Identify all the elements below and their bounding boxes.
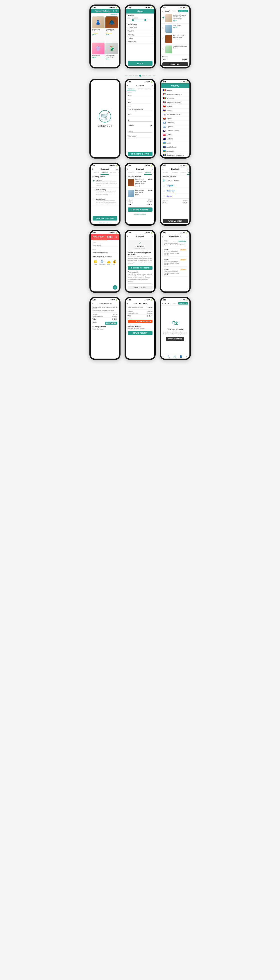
- cart-radio-2[interactable]: [162, 27, 164, 29]
- h-input[interactable]: [128, 119, 153, 122]
- country-andorra[interactable]: 🇦🇩 Andorra: [161, 88, 189, 92]
- radio-cod[interactable]: [163, 180, 165, 181]
- tab-payment[interactable]: PAYMENT: [152, 171, 154, 175]
- cart-radio-1[interactable]: [162, 17, 164, 19]
- cart-radio-4[interactable]: [162, 48, 164, 49]
- country-antarctica[interactable]: 🇦🇶 Antarctica: [161, 121, 189, 125]
- country-angola[interactable]: 🇦🇴 Angola: [161, 117, 189, 121]
- country-american-samoa[interactable]: 🇦🇸 American Samoa: [161, 129, 189, 133]
- radio-local-pickup[interactable]: [92, 199, 95, 200]
- checkout-email-input[interactable]: [92, 251, 117, 254]
- show-orders-button[interactable]: SHOW ALL MY ORDERS: [128, 266, 153, 270]
- pause-icon[interactable]: ⏸: [113, 10, 115, 12]
- tab-review[interactable]: REVIEW: [145, 88, 152, 91]
- back-to-address-link[interactable]: Go back to address: [91, 222, 119, 224]
- slider-thumb-right[interactable]: [145, 19, 146, 21]
- tab-payment[interactable]: PAYMENT: [117, 171, 119, 175]
- name-input[interactable]: [128, 101, 153, 104]
- home-icon[interactable]: ⌂: [151, 84, 153, 86]
- apply-button[interactable]: APPLY: [128, 61, 153, 66]
- back-icon[interactable]: ‹: [127, 302, 128, 304]
- tab-review[interactable]: REVIEW: [144, 171, 152, 175]
- home-icon[interactable]: ⌂: [186, 168, 188, 170]
- back-to-shipping-link[interactable]: Go back to shipping: [126, 213, 154, 216]
- radio-razorpay[interactable]: [163, 190, 165, 192]
- category-men[interactable]: Men (90) ›: [126, 29, 154, 33]
- price-slider[interactable]: Slide - $6,000.00: [126, 17, 154, 22]
- payment-paypal[interactable]: PayPal: [161, 183, 189, 188]
- phone2-input[interactable]: [128, 135, 153, 138]
- tab-address[interactable]: ADDRESS: [162, 171, 171, 175]
- country-bosnia[interactable]: 🇧🇦 Bosnia and Herzegovina: [161, 153, 189, 157]
- country-argentina[interactable]: 🇦🇷 Argentina: [161, 125, 189, 129]
- country-select[interactable]: Vietnam: [128, 124, 153, 127]
- back-icon[interactable]: ‹: [162, 303, 163, 304]
- nav-search[interactable]: 🔍: [167, 355, 170, 358]
- product-card-1[interactable]: 👗 ♡ Printed Floral Jacket ★★★★★ $40.0: [92, 16, 105, 42]
- tab-payment[interactable]: PAYMENT: [187, 171, 189, 175]
- back-icon[interactable]: ‹: [162, 168, 163, 170]
- tab-review[interactable]: REVIEW: [109, 171, 117, 175]
- country-afghanistan[interactable]: 🇦🇫 Afghanistan: [161, 96, 189, 100]
- country-netherlands-antilles[interactable]: 🇦🇳 Netherlands Antilles: [161, 113, 189, 117]
- nav-home[interactable]: ⌂: [163, 355, 164, 358]
- product-card-4[interactable]: 🥻 ♡ Stripped Biker Mop in Hegh $20.0: [105, 43, 118, 66]
- checkout-button[interactable]: CHECKOUT: [178, 10, 188, 12]
- product-card-2[interactable]: 🧥 ♡ Ultimate Biker Jacket With ★★★★★ $9.…: [105, 16, 118, 42]
- payment-stripe[interactable]: Stripe: [161, 194, 189, 199]
- cart-widget[interactable]: 🛒: [113, 285, 117, 290]
- pm-netbanking[interactable]: 🏦 NetBanking: [99, 260, 105, 265]
- radio-flat-rate[interactable]: [92, 180, 95, 182]
- back-icon[interactable]: ‹: [127, 235, 128, 237]
- product-card-3[interactable]: 👚 ♡ Linen Bloom $40.0: [92, 43, 105, 66]
- nav-cart[interactable]: 🛒: [173, 355, 176, 358]
- country-albania[interactable]: 🇦🇱 Albania: [161, 105, 189, 108]
- checkout-button-empty[interactable]: CHECKOUT: [178, 302, 188, 304]
- email-input[interactable]: [128, 108, 153, 111]
- wishlist-icon-1[interactable]: ♡: [102, 17, 104, 19]
- start-shopping-button[interactable]: START SHOPPING: [166, 337, 185, 341]
- close-icon[interactable]: ✕: [115, 236, 117, 238]
- clear-cart-button[interactable]: CLEAR CART: [162, 62, 188, 66]
- tab-shipping[interactable]: SHIPPING: [171, 171, 180, 175]
- nav-more[interactable]: ☰: [186, 355, 188, 358]
- cart-radio-3[interactable]: [162, 37, 164, 39]
- back-icon[interactable]: ‹: [162, 235, 163, 237]
- radio-free-shipping[interactable]: [92, 189, 95, 191]
- phone-input[interactable]: [128, 95, 153, 97]
- country-antigua[interactable]: 🇦🇬 Antigua and Barbuda: [161, 100, 189, 105]
- home-icon[interactable]: ⌂: [151, 168, 153, 170]
- country-austria[interactable]: 🇦🇹 Austria: [161, 133, 189, 137]
- radio-stripe[interactable]: [163, 195, 165, 197]
- tab-review[interactable]: REVIEW: [179, 171, 187, 175]
- zip-input[interactable]: [128, 130, 153, 133]
- tab-address[interactable]: ADDRESS: [127, 88, 135, 91]
- payment-cod[interactable]: Cash on Delivery: [161, 178, 189, 183]
- country-uae[interactable]: 🇦🇪 United Arab Emirates: [161, 92, 189, 96]
- country-australia[interactable]: 🇦🇺 Australia: [161, 137, 189, 141]
- continue-to-review-button[interactable]: CONTINUE TO REVIEW: [92, 216, 117, 221]
- continue-to-payment-button[interactable]: CONTINUE TO PAYMENT: [128, 207, 153, 212]
- shipping-free[interactable]: Free shipping Free shipping: a shipping …: [91, 188, 119, 197]
- wishlist-icon-3[interactable]: ♡: [102, 43, 104, 45]
- back-icon[interactable]: ‹: [92, 168, 93, 170]
- category-maze[interactable]: Maze (0) ›: [126, 33, 154, 37]
- wishlist-icon-2[interactable]: ♡: [116, 17, 118, 19]
- order-card-4[interactable]: #99006 PENDING Order Date: 28/08/2019 Pa…: [162, 267, 188, 277]
- shipping-local-pickup[interactable]: Local pickup Local pickup: allows custom…: [91, 197, 119, 206]
- back-icon[interactable]: ‹: [127, 168, 128, 170]
- continue-to-shipping-button[interactable]: CONTINUE TO SHIPPING: [128, 152, 153, 156]
- payment-razorpay[interactable]: Razorpay: [161, 188, 189, 194]
- country-aland[interactable]: 🇦🇽 Aland Islands: [161, 145, 189, 149]
- back-icon[interactable]: ‹: [127, 84, 128, 86]
- tab-address[interactable]: ADDRESS: [92, 171, 100, 175]
- order-card-2[interactable]: #99298 PENDING Order Date: 28/08/2019 Pa…: [162, 248, 188, 257]
- home-icon[interactable]: ⌂: [116, 168, 118, 170]
- country-aruba[interactable]: 🇦🇼 Aruba: [161, 141, 189, 145]
- filter-icon[interactable]: ⊞: [116, 10, 117, 12]
- back-icon[interactable]: ‹: [162, 10, 163, 12]
- order-card-1[interactable]: #99307 COMPLETED Order Date: 28/08/2019 …: [162, 239, 188, 247]
- back-icon[interactable]: ‹: [92, 10, 93, 12]
- home-icon[interactable]: ⌂: [151, 235, 153, 237]
- wishlist-icon-4[interactable]: ♡: [116, 43, 118, 45]
